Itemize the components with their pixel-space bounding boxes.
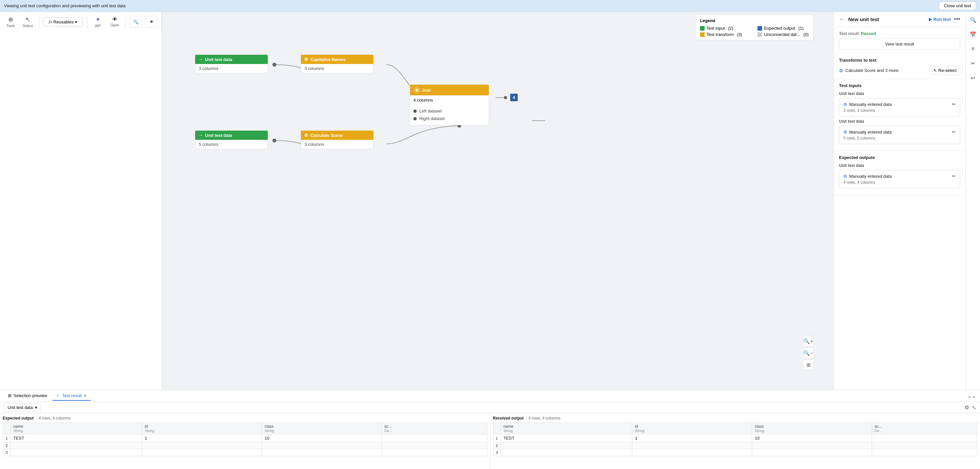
node-unit-test-data-2[interactable]: → Unit test data 5 columns xyxy=(195,131,268,149)
reselect-icon: ↖ xyxy=(934,68,937,73)
tab-selection-preview[interactable]: ⊞ Selection preview xyxy=(4,391,51,401)
transforms-title: Transforms to test xyxy=(839,58,960,63)
node-icon-capitalize-names: ⚙ xyxy=(304,57,309,62)
run-test-button[interactable]: ▶ Run test xyxy=(929,17,951,22)
legend-label-unconnected: Unconnected dat... xyxy=(764,32,800,37)
col-header-class-expected: class String xyxy=(262,423,382,434)
panel-header: ← New unit test ▶ Run test ••• xyxy=(834,12,966,27)
left-dataset-label: Left dataset xyxy=(419,109,442,114)
expected-output-1-meta: 4 rows, 4 columns xyxy=(843,180,956,185)
zoom-in-button[interactable]: 🔍+ xyxy=(803,336,814,346)
node-body-calculate-score: 3 columns xyxy=(301,140,374,149)
expected-r3-sc xyxy=(382,449,487,456)
col-header-id-expected: id String xyxy=(142,423,262,434)
test-result-tab-icon: ✓ xyxy=(56,393,60,398)
settings-icon[interactable]: ⚙ xyxy=(964,404,969,410)
row-num-header xyxy=(3,423,11,434)
test-result-tab-label: Test result xyxy=(62,393,81,398)
more-options-button[interactable]: ••• xyxy=(954,16,960,23)
reselect-button[interactable]: ↖ Re-select xyxy=(930,66,960,75)
received-output-table-title: Received output xyxy=(493,416,524,420)
back-button[interactable]: ← xyxy=(839,16,845,23)
join-body: 4 columns xyxy=(410,95,489,105)
expected-output-table-title: Expected output xyxy=(3,416,34,420)
row-num-3: 3 xyxy=(3,449,11,456)
node-calculate-score[interactable]: ⚙ Calculate Score 3 columns xyxy=(301,131,374,149)
expand-table-button[interactable]: ⤡ xyxy=(972,404,976,410)
sidebar-icon-grid[interactable]: ≡ xyxy=(968,44,978,54)
test-input-1-label: Unit test data xyxy=(839,91,960,96)
bottom-panel: ⊞ Selection preview ✓ Test result ✕ ⌄⌄ U… xyxy=(0,390,980,469)
search-button[interactable]: 🔍 xyxy=(130,16,142,28)
recv-r1-class: 10 xyxy=(752,434,872,442)
canvas-area: Legend Test input (2) Expected output (1… xyxy=(162,12,834,390)
open-button[interactable]: 👁 Open xyxy=(108,14,121,29)
node-meta-capitalize-names: 3 columns xyxy=(304,66,324,71)
col-header-sc-recv: sc... De... xyxy=(872,423,977,434)
fit-view-button[interactable]: ⊞ xyxy=(803,360,814,370)
test-result-label: Test result: Passed xyxy=(839,31,960,36)
input-icon-1: ⚙ xyxy=(843,102,847,107)
test-input-card-1: ⚙ Manually entered data ✏ 3 rows, 3 colu… xyxy=(839,98,960,116)
recv-row-num-3: 3 xyxy=(493,449,501,456)
svg-point-3 xyxy=(272,138,276,143)
edit-expected-output-1-button[interactable]: ✏ xyxy=(952,173,956,179)
recv-r1-name: TEST xyxy=(501,434,632,442)
node-meta-calculate-score: 3 columns xyxy=(304,142,324,147)
received-row-2: 2 xyxy=(493,442,977,449)
collapse-bottom-panel-button[interactable]: ⌄⌄ xyxy=(967,393,976,399)
test-inputs-title: Test inputs xyxy=(839,83,960,88)
edit-test-input-1-button[interactable]: ✏ xyxy=(952,101,956,107)
expected-r1-sc xyxy=(382,434,487,442)
right-dataset-dot xyxy=(414,117,417,120)
expected-output-table-meta: · 4 rows, 4 columns xyxy=(36,416,70,420)
legend-label-expected-output: Expected output xyxy=(764,26,795,31)
expected-outputs-title: Expected outputs xyxy=(839,155,960,160)
zoom-out-button[interactable]: 🔍− xyxy=(803,348,814,358)
sidebar-icon-calendar[interactable]: 📅 xyxy=(968,29,978,40)
recv-row-num-2: 2 xyxy=(493,442,501,449)
edit-test-input-2-button[interactable]: ✏ xyxy=(952,129,956,135)
svg-point-5 xyxy=(504,96,507,99)
play-icon: ▶ xyxy=(929,17,932,22)
test-result-tab-close-button[interactable]: ✕ xyxy=(84,393,87,398)
search-icon: 🔍 xyxy=(133,19,138,24)
reusables-button[interactable]: 𝑓𝑥 Reusables ▾ xyxy=(43,17,83,26)
legend-color-test-input xyxy=(700,26,705,31)
select-tool-button[interactable]: ↖ Select xyxy=(21,14,35,30)
view-test-result-button[interactable]: View test result xyxy=(839,39,960,49)
bottom-content: Expected output · 4 rows, 4 columns name… xyxy=(0,413,980,469)
preview-toggle-button[interactable]: 👁 xyxy=(146,16,158,28)
sidebar-icon-search[interactable]: 🔍 xyxy=(968,14,978,25)
sidebar-icon-back[interactable]: ↩ xyxy=(968,73,978,83)
recv-r3-id xyxy=(632,449,752,456)
expected-r2-class xyxy=(262,442,382,449)
aip-button[interactable]: ✦ AIP xyxy=(91,14,104,30)
unit-test-dropdown[interactable]: Unit test data ▾ xyxy=(4,403,41,412)
transform-name-label: Calculate Score and 3 more xyxy=(845,68,899,73)
recv-r2-class xyxy=(752,442,872,449)
tab-test-result[interactable]: ✓ Test result ✕ xyxy=(52,391,91,401)
close-unit-test-button[interactable]: Close unit test xyxy=(939,2,976,10)
top-bar: Viewing unit test configuration and prev… xyxy=(0,0,980,12)
node-unit-test-data-1[interactable]: → Unit test data 3 columns xyxy=(195,55,268,73)
sidebar-icon-cut[interactable]: ✂ xyxy=(968,58,978,69)
received-row-1: 1 TEST 1 10 xyxy=(493,434,977,442)
add-tool-button[interactable]: ⊕ Tools xyxy=(4,14,17,30)
test-result-section: Test result: Passed View test result xyxy=(834,27,966,54)
test-input-card-2: ⚙ Manually entered data ✏ 5 rows, 5 colu… xyxy=(839,126,960,144)
expected-r1-id: 1 xyxy=(142,434,262,442)
legend-title: Legend xyxy=(700,18,809,23)
transforms-section: Transforms to test ⚙ Calculate Score and… xyxy=(834,54,966,79)
node-meta-unit-test-data-2: 5 columns xyxy=(199,142,218,147)
test-input-2-name: ⚙ Manually entered data xyxy=(843,130,892,135)
panel-header-actions: ▶ Run test ••• xyxy=(929,16,960,23)
recv-row-num-1: 1 xyxy=(493,434,501,442)
col-header-id-recv: id String xyxy=(632,423,752,434)
transform-name: ⚙ Calculate Score and 3 more xyxy=(839,68,899,73)
test-input-2-name-label: Manually entered data xyxy=(849,130,892,135)
node-join[interactable]: ⊕ Join 4 columns Left dataset Right data… xyxy=(410,84,489,125)
node-capitalize-names[interactable]: ⚙ Capitalize Names 3 columns xyxy=(301,55,374,73)
legend-item-unconnected: Unconnected dat... (0) xyxy=(757,32,809,37)
expected-r2-name xyxy=(11,442,142,449)
